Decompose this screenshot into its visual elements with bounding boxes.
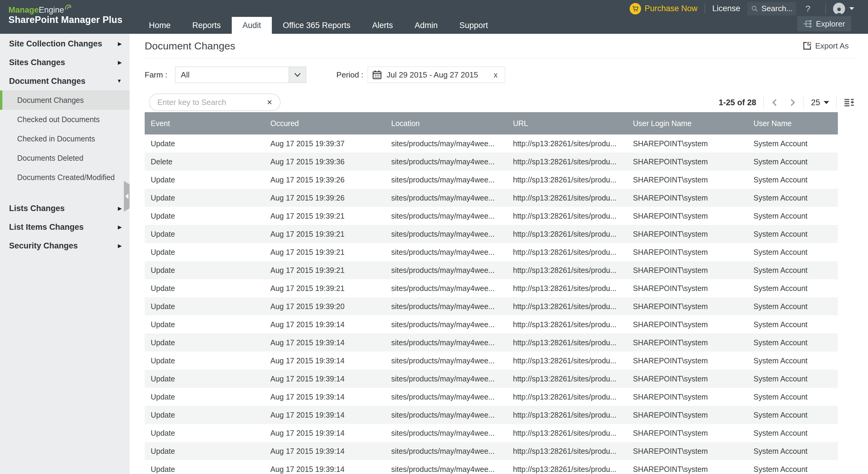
column-header-occured[interactable]: Occured: [264, 119, 385, 128]
brand-logo[interactable]: ManageEngine SharePoint Manager Plus: [8, 4, 122, 25]
table-row[interactable]: UpdateAug 17 2015 19:39:14sites/products…: [145, 424, 838, 442]
sidebar-group-document-changes[interactable]: Document Changes▼: [0, 72, 130, 90]
table-cell-location: sites/products/may/may4wee...: [385, 266, 507, 275]
nav-tab-admin[interactable]: Admin: [404, 17, 449, 34]
nav-tab-reports[interactable]: Reports: [181, 17, 232, 34]
farm-select[interactable]: All: [175, 67, 306, 83]
sidebar-item-checked-out-documents[interactable]: Checked out Documents: [0, 110, 130, 129]
help-button[interactable]: ?: [805, 4, 810, 14]
sidebar-item-checked-in-documents[interactable]: Checked in Documents: [0, 129, 130, 148]
sidebar-item-document-changes[interactable]: Document Changes: [0, 90, 130, 110]
table-toolbar: × 1-25 of 28 25: [130, 93, 868, 112]
brand-engine: Engine: [39, 5, 64, 14]
table-cell-user-login-name: SHAREPOINT\system: [627, 266, 747, 275]
table-row[interactable]: DeleteAug 17 2015 19:39:36sites/products…: [145, 153, 838, 171]
nav-tab-audit[interactable]: Audit: [232, 17, 272, 34]
column-chooser-button[interactable]: [844, 98, 854, 107]
table-cell-occured: Aug 17 2015 19:39:26: [264, 176, 385, 184]
table-row[interactable]: UpdateAug 17 2015 19:39:21sites/products…: [145, 279, 838, 297]
table-row[interactable]: UpdateAug 17 2015 19:39:21sites/products…: [145, 243, 838, 261]
period-picker[interactable]: Jul 29 2015 - Aug 27 2015 x: [368, 67, 505, 83]
table-row[interactable]: UpdateAug 17 2015 19:39:14sites/products…: [145, 460, 838, 474]
sidebar-collapse-handle[interactable]: [124, 181, 130, 212]
table-row[interactable]: UpdateAug 17 2015 19:39:20sites/products…: [145, 297, 838, 316]
sidebar-group-list-items-changes[interactable]: List Items Changes▶: [0, 218, 130, 236]
topbar-utilities: Purchase Now License Search... ?: [629, 0, 854, 17]
explorer-button[interactable]: Explorer: [797, 16, 851, 31]
prev-page-button[interactable]: [771, 98, 778, 107]
table-cell-user-login-name: SHAREPOINT\system: [627, 139, 747, 148]
table-row[interactable]: UpdateAug 17 2015 19:39:14sites/products…: [145, 442, 838, 460]
nav-tab-alerts[interactable]: Alerts: [361, 17, 404, 34]
table-row[interactable]: UpdateAug 17 2015 19:39:14sites/products…: [145, 316, 838, 333]
table-row[interactable]: UpdateAug 17 2015 19:39:21sites/products…: [145, 207, 838, 225]
nav-tab-office-365-reports[interactable]: Office 365 Reports: [272, 17, 361, 34]
global-search-box[interactable]: Search...: [747, 2, 796, 16]
table-row[interactable]: UpdateAug 17 2015 19:39:14sites/products…: [145, 352, 838, 370]
table-cell-location: sites/products/may/may4wee...: [385, 429, 507, 438]
sidebar-item-documents-deleted[interactable]: Documents Deleted: [0, 148, 130, 168]
table-cell-user-login-name: SHAREPOINT\system: [627, 212, 747, 220]
table-row[interactable]: UpdateAug 17 2015 19:39:26sites/products…: [145, 189, 838, 207]
table-row[interactable]: UpdateAug 17 2015 19:39:21sites/products…: [145, 225, 838, 243]
brand-name: ManageEngine: [8, 4, 122, 14]
table-cell-url: http://sp13:28261/sites/produ...: [507, 139, 627, 148]
table-cell-url: http://sp13:28261/sites/produ...: [507, 320, 627, 329]
table-row[interactable]: UpdateAug 17 2015 19:39:21sites/products…: [145, 261, 838, 279]
table-cell-url: http://sp13:28261/sites/produ...: [507, 194, 627, 202]
table-row[interactable]: UpdateAug 17 2015 19:39:14sites/products…: [145, 370, 838, 388]
page-size-select[interactable]: 25: [811, 98, 829, 107]
table-cell-location: sites/products/may/may4wee...: [385, 393, 507, 401]
column-header-user-name[interactable]: User Name: [747, 119, 838, 128]
sidebar-group-security-changes[interactable]: Security Changes▶: [0, 236, 130, 255]
table-cell-occured: Aug 17 2015 19:39:14: [264, 429, 385, 438]
table-cell-user-name: System Account: [747, 375, 838, 383]
sidebar-group-sites-changes[interactable]: Sites Changes▶: [0, 53, 130, 72]
clear-search-icon[interactable]: ×: [267, 98, 272, 107]
table-cell-occured: Aug 17 2015 19:39:26: [264, 194, 385, 202]
sidebar-group-label: Sites Changes: [9, 58, 118, 67]
sidebar: Site Collection Changes▶Sites Changes▶Do…: [0, 34, 130, 474]
license-button[interactable]: License: [712, 4, 740, 13]
column-header-location[interactable]: Location: [385, 119, 507, 128]
sidebar-group-site-collection-changes[interactable]: Site Collection Changes▶: [0, 34, 130, 53]
sidebar-item-documents-created-modified[interactable]: Documents Created/Modified: [0, 168, 130, 187]
table-cell-location: sites/products/may/may4wee...: [385, 284, 507, 293]
purchase-now-button[interactable]: Purchase Now: [629, 3, 698, 14]
caret-down-icon: [824, 101, 829, 104]
table-cell-user-name: System Account: [747, 302, 838, 311]
next-page-button[interactable]: [789, 98, 796, 107]
export-as-button[interactable]: Export As: [803, 34, 849, 58]
page-size-value: 25: [811, 98, 820, 107]
clear-period-button[interactable]: x: [494, 70, 498, 79]
table-search-input[interactable]: [150, 98, 267, 107]
table-cell-user-name: System Account: [747, 212, 838, 220]
table-cell-event: Update: [145, 411, 264, 419]
table-cell-occured: Aug 17 2015 19:39:21: [264, 266, 385, 275]
table-row[interactable]: UpdateAug 17 2015 19:39:26sites/products…: [145, 171, 838, 189]
table-cell-event: Update: [145, 139, 264, 148]
user-menu[interactable]: [833, 3, 854, 15]
table-cell-url: http://sp13:28261/sites/produ...: [507, 176, 627, 184]
table-cell-url: http://sp13:28261/sites/produ...: [507, 212, 627, 220]
table-row[interactable]: UpdateAug 17 2015 19:39:14sites/products…: [145, 388, 838, 406]
nav-tab-home[interactable]: Home: [138, 17, 181, 34]
table-cell-url: http://sp13:28261/sites/produ...: [507, 302, 627, 311]
table-row[interactable]: UpdateAug 17 2015 19:39:14sites/products…: [145, 406, 838, 424]
chevron-left-icon: [125, 194, 128, 199]
global-search-placeholder: Search...: [761, 4, 793, 13]
table-cell-user-login-name: SHAREPOINT\system: [627, 284, 747, 293]
nav-tab-support[interactable]: Support: [448, 17, 499, 34]
chevron-down-icon[interactable]: [289, 67, 306, 83]
column-header-url[interactable]: URL: [507, 119, 627, 128]
column-header-event[interactable]: Event: [145, 119, 264, 128]
column-header-user-login-name[interactable]: User Login Name: [627, 119, 747, 128]
table-cell-occured: Aug 17 2015 19:39:21: [264, 212, 385, 220]
table-row[interactable]: UpdateAug 17 2015 19:39:37sites/products…: [145, 135, 838, 153]
farm-select-value: All: [181, 70, 289, 80]
topbar-divider: [705, 4, 705, 14]
sidebar-group-lists-changes[interactable]: Lists Changes▶: [0, 199, 130, 218]
table-cell-user-name: System Account: [747, 157, 838, 166]
table-row[interactable]: UpdateAug 17 2015 19:39:14sites/products…: [145, 333, 838, 352]
table-header-row: EventOccuredLocationURLUser Login NameUs…: [145, 112, 838, 135]
